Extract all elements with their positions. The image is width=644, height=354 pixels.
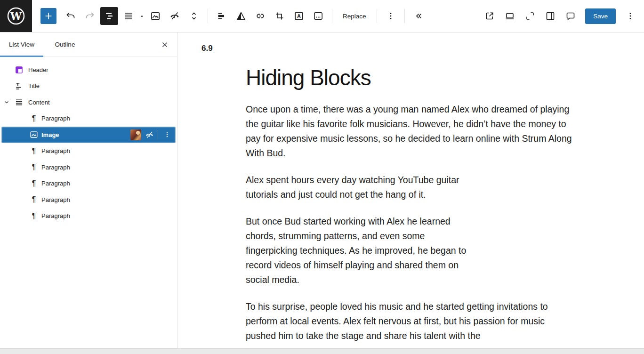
window-bottom-edge [0, 348, 644, 354]
list-view-panel: List View Outline Header [0, 32, 177, 354]
align-button[interactable] [213, 7, 231, 25]
collapse-toolbar-button[interactable] [410, 7, 427, 25]
block-visibility-toggle-button[interactable] [166, 7, 184, 25]
list-item-label: Title [28, 82, 40, 89]
list-view-icon [104, 10, 115, 22]
row-separator [158, 130, 158, 139]
undo-button[interactable] [62, 7, 80, 25]
list-item-image-selected[interactable]: Image [1, 127, 176, 143]
block-mover-icon [188, 10, 200, 22]
redo-button[interactable] [81, 7, 99, 25]
chevron-down-icon[interactable] [0, 99, 13, 105]
page-number-label[interactable]: 6.9 [201, 44, 213, 53]
close-list-view-button[interactable] [157, 37, 172, 52]
paragraph-icon: ¶ [29, 210, 39, 222]
list-item-paragraph[interactable]: ¶ Paragraph [0, 143, 177, 160]
options-icon [625, 10, 636, 22]
paragraph-icon: ¶ [29, 161, 39, 173]
link-button[interactable] [251, 7, 269, 25]
block-mover-button[interactable] [185, 7, 203, 25]
list-item-title[interactable]: Title [0, 78, 177, 95]
toolbar-right-group: Save [481, 7, 644, 25]
paragraph-block[interactable]: But once Bud started working with Alex h… [246, 214, 473, 287]
list-item-paragraph[interactable]: ¶ Paragraph [0, 192, 177, 208]
fit-screen-icon [524, 10, 536, 22]
image-thumbnail [130, 129, 141, 140]
toolbar-separator [208, 9, 208, 23]
settings-sidebar-icon [545, 10, 556, 22]
redo-icon [84, 10, 96, 22]
post-title-heading[interactable]: Hiding Blocks [246, 66, 578, 90]
list-view-tabs: List View Outline [0, 32, 177, 57]
visibility-off-icon[interactable] [145, 130, 154, 140]
text-overlay-button[interactable]: A [290, 7, 308, 25]
list-item-header[interactable]: Header [0, 62, 177, 78]
select-parent-block-button[interactable] [120, 7, 137, 25]
toolbar-separator [377, 9, 377, 23]
list-item-paragraph[interactable]: ¶ Paragraph [0, 111, 177, 127]
block-row-options-button[interactable] [161, 130, 173, 139]
title-block-icon [13, 80, 24, 92]
paragraph-block[interactable]: To his surprise, people loved his music … [246, 299, 575, 343]
image-block-icon [29, 129, 39, 140]
list-item-content[interactable]: Content [0, 94, 177, 111]
wordpress-menu-button[interactable]: W [0, 0, 32, 32]
image-block-icon [150, 10, 161, 22]
collapse-icon [413, 10, 424, 22]
list-item-paragraph[interactable]: ¶ Paragraph [0, 159, 177, 176]
editor-canvas: 6.9 Hiding Blocks Once upon a time, ther… [178, 32, 644, 354]
duotone-filter-button[interactable] [232, 7, 250, 25]
editor-options-button[interactable] [621, 7, 639, 25]
settings-sidebar-button[interactable] [541, 7, 559, 25]
duotone-icon [235, 10, 247, 22]
content-block-icon [13, 97, 24, 108]
fit-to-screen-button[interactable] [521, 7, 539, 25]
list-item-label: Paragraph [41, 180, 70, 187]
list-item-label: Paragraph [41, 147, 70, 154]
tab-list-view[interactable]: List View [0, 32, 43, 56]
caption-button[interactable] [309, 7, 327, 25]
paragraph-icon: ¶ [29, 145, 39, 157]
list-item-paragraph[interactable]: ¶ Paragraph [0, 208, 177, 225]
block-options-button[interactable] [382, 7, 400, 25]
options-icon [385, 10, 396, 22]
block-inserter-button[interactable] [40, 8, 56, 24]
paragraph-icon: ¶ [29, 178, 39, 189]
visibility-off-icon [169, 10, 180, 22]
view-site-button[interactable] [481, 7, 499, 25]
image-block-switcher-button[interactable] [146, 7, 164, 25]
toolbar-dot-separator [141, 16, 143, 17]
paragraph-block[interactable]: Alex spent hours every day watching YouT… [246, 173, 473, 202]
block-list: Header Title Content ¶ Para [0, 57, 177, 224]
link-icon [255, 10, 266, 22]
save-button[interactable]: Save [585, 8, 616, 24]
list-item-label: Content [28, 99, 50, 106]
editor-top-bar: W [0, 0, 644, 32]
replace-button[interactable]: Replace [337, 9, 372, 24]
crop-button[interactable] [271, 7, 289, 25]
preview-external-icon [484, 10, 495, 22]
list-view-toggle-button[interactable] [100, 7, 118, 25]
list-item-paragraph[interactable]: ¶ Paragraph [0, 176, 177, 192]
caption-icon [313, 10, 324, 22]
header-block-icon [13, 64, 24, 75]
align-icon [216, 10, 227, 22]
post-content: Hiding Blocks Once upon a time, there wa… [246, 66, 578, 354]
toolbar-separator [332, 9, 332, 23]
paragraph-icon: ¶ [29, 194, 39, 205]
comments-button[interactable] [562, 7, 580, 25]
svg-text:W: W [10, 10, 22, 22]
svg-text:A: A [297, 13, 301, 19]
wordpress-logo-icon: W [7, 7, 25, 25]
list-item-label: Image [41, 131, 59, 138]
text-overlay-icon: A [293, 10, 305, 22]
paragraph-block[interactable]: Once upon a time, there was a young man … [246, 102, 575, 161]
comments-icon [565, 10, 576, 22]
list-item-label: Paragraph [41, 164, 70, 171]
device-preview-button[interactable] [501, 7, 519, 25]
toolbar-separator [404, 9, 405, 23]
close-icon [160, 40, 169, 49]
tab-outline[interactable]: Outline [43, 32, 87, 56]
toolbar-left-group: A Replace [32, 7, 427, 25]
paragraph-icon: ¶ [29, 113, 39, 124]
